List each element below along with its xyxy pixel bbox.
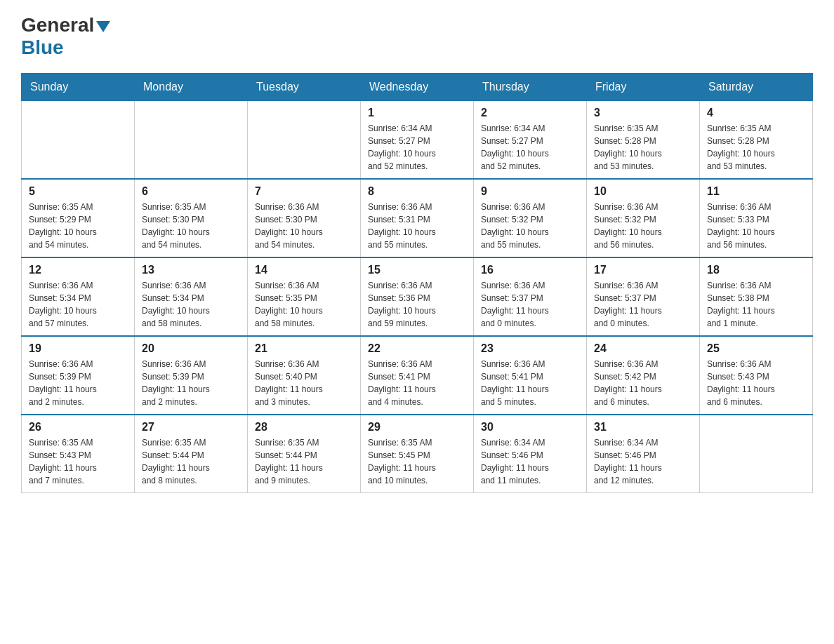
day-info: Sunrise: 6:35 AM Sunset: 5:28 PM Dayligh… bbox=[707, 122, 805, 173]
day-info: Sunrise: 6:36 AM Sunset: 5:42 PM Dayligh… bbox=[594, 358, 692, 408]
day-number: 17 bbox=[594, 264, 692, 276]
logo-triangle-icon bbox=[96, 21, 110, 32]
day-info: Sunrise: 6:36 AM Sunset: 5:43 PM Dayligh… bbox=[707, 358, 805, 408]
calendar-cell: 4Sunrise: 6:35 AM Sunset: 5:28 PM Daylig… bbox=[700, 101, 813, 180]
day-info: Sunrise: 6:36 AM Sunset: 5:37 PM Dayligh… bbox=[481, 279, 579, 330]
day-number: 23 bbox=[481, 342, 579, 355]
calendar-cell: 29Sunrise: 6:35 AM Sunset: 5:45 PM Dayli… bbox=[361, 415, 474, 493]
weekday-header-tuesday: Tuesday bbox=[248, 74, 361, 101]
day-number: 9 bbox=[481, 185, 579, 198]
calendar-cell: 21Sunrise: 6:36 AM Sunset: 5:40 PM Dayli… bbox=[248, 336, 361, 415]
day-number: 8 bbox=[368, 185, 466, 198]
calendar-cell: 9Sunrise: 6:36 AM Sunset: 5:32 PM Daylig… bbox=[474, 179, 587, 257]
day-number: 24 bbox=[594, 342, 692, 355]
calendar-cell: 15Sunrise: 6:36 AM Sunset: 5:36 PM Dayli… bbox=[361, 257, 474, 336]
day-info: Sunrise: 6:36 AM Sunset: 5:33 PM Dayligh… bbox=[707, 201, 805, 251]
day-info: Sunrise: 6:36 AM Sunset: 5:39 PM Dayligh… bbox=[142, 358, 240, 408]
calendar-cell: 30Sunrise: 6:34 AM Sunset: 5:46 PM Dayli… bbox=[474, 415, 587, 493]
logo-blue-text: Blue bbox=[21, 36, 64, 58]
calendar-cell: 16Sunrise: 6:36 AM Sunset: 5:37 PM Dayli… bbox=[474, 257, 587, 336]
calendar-cell: 22Sunrise: 6:36 AM Sunset: 5:41 PM Dayli… bbox=[361, 336, 474, 415]
logo: General Blue bbox=[21, 14, 112, 59]
day-info: Sunrise: 6:36 AM Sunset: 5:38 PM Dayligh… bbox=[707, 279, 805, 330]
calendar-cell: 20Sunrise: 6:36 AM Sunset: 5:39 PM Dayli… bbox=[135, 336, 248, 415]
day-number: 14 bbox=[255, 264, 353, 276]
calendar-cell bbox=[700, 415, 813, 493]
day-info: Sunrise: 6:36 AM Sunset: 5:32 PM Dayligh… bbox=[481, 201, 579, 251]
day-number: 3 bbox=[594, 107, 692, 119]
day-number: 1 bbox=[368, 107, 466, 119]
day-info: Sunrise: 6:36 AM Sunset: 5:32 PM Dayligh… bbox=[594, 201, 692, 251]
calendar-week-row: 26Sunrise: 6:35 AM Sunset: 5:43 PM Dayli… bbox=[22, 415, 813, 493]
day-number: 6 bbox=[142, 185, 240, 198]
day-info: Sunrise: 6:34 AM Sunset: 5:27 PM Dayligh… bbox=[481, 122, 579, 173]
day-number: 19 bbox=[29, 342, 127, 355]
calendar-cell: 26Sunrise: 6:35 AM Sunset: 5:43 PM Dayli… bbox=[22, 415, 135, 493]
day-info: Sunrise: 6:35 AM Sunset: 5:30 PM Dayligh… bbox=[142, 201, 240, 251]
calendar-cell: 18Sunrise: 6:36 AM Sunset: 5:38 PM Dayli… bbox=[700, 257, 813, 336]
day-number: 18 bbox=[707, 264, 805, 276]
day-number: 26 bbox=[29, 421, 127, 434]
calendar-cell: 19Sunrise: 6:36 AM Sunset: 5:39 PM Dayli… bbox=[22, 336, 135, 415]
weekday-header-friday: Friday bbox=[587, 74, 700, 101]
day-info: Sunrise: 6:36 AM Sunset: 5:36 PM Dayligh… bbox=[368, 279, 466, 330]
logo-general-text: General bbox=[21, 14, 94, 36]
day-info: Sunrise: 6:35 AM Sunset: 5:44 PM Dayligh… bbox=[142, 436, 240, 487]
weekday-header-thursday: Thursday bbox=[474, 74, 587, 101]
calendar-cell: 1Sunrise: 6:34 AM Sunset: 5:27 PM Daylig… bbox=[361, 101, 474, 180]
day-info: Sunrise: 6:35 AM Sunset: 5:29 PM Dayligh… bbox=[29, 201, 127, 251]
day-number: 20 bbox=[142, 342, 240, 355]
calendar-cell: 5Sunrise: 6:35 AM Sunset: 5:29 PM Daylig… bbox=[22, 179, 135, 257]
day-number: 4 bbox=[707, 107, 805, 119]
weekday-header-monday: Monday bbox=[135, 74, 248, 101]
calendar-cell: 27Sunrise: 6:35 AM Sunset: 5:44 PM Dayli… bbox=[135, 415, 248, 493]
day-info: Sunrise: 6:35 AM Sunset: 5:28 PM Dayligh… bbox=[594, 122, 692, 173]
calendar-cell: 12Sunrise: 6:36 AM Sunset: 5:34 PM Dayli… bbox=[22, 257, 135, 336]
day-info: Sunrise: 6:36 AM Sunset: 5:40 PM Dayligh… bbox=[255, 358, 353, 408]
calendar-week-row: 5Sunrise: 6:35 AM Sunset: 5:29 PM Daylig… bbox=[22, 179, 813, 257]
day-number: 30 bbox=[481, 421, 579, 434]
calendar-cell: 31Sunrise: 6:34 AM Sunset: 5:46 PM Dayli… bbox=[587, 415, 700, 493]
calendar-cell: 24Sunrise: 6:36 AM Sunset: 5:42 PM Dayli… bbox=[587, 336, 700, 415]
calendar-cell bbox=[22, 101, 135, 180]
day-info: Sunrise: 6:36 AM Sunset: 5:30 PM Dayligh… bbox=[255, 201, 353, 251]
day-number: 10 bbox=[594, 185, 692, 198]
day-info: Sunrise: 6:36 AM Sunset: 5:39 PM Dayligh… bbox=[29, 358, 127, 408]
day-info: Sunrise: 6:35 AM Sunset: 5:44 PM Dayligh… bbox=[255, 436, 353, 487]
calendar-cell bbox=[135, 101, 248, 180]
day-info: Sunrise: 6:36 AM Sunset: 5:34 PM Dayligh… bbox=[142, 279, 240, 330]
day-info: Sunrise: 6:34 AM Sunset: 5:46 PM Dayligh… bbox=[594, 436, 692, 487]
day-number: 15 bbox=[368, 264, 466, 276]
calendar-cell: 8Sunrise: 6:36 AM Sunset: 5:31 PM Daylig… bbox=[361, 179, 474, 257]
calendar-cell: 7Sunrise: 6:36 AM Sunset: 5:30 PM Daylig… bbox=[248, 179, 361, 257]
day-number: 16 bbox=[481, 264, 579, 276]
weekday-header-row: SundayMondayTuesdayWednesdayThursdayFrid… bbox=[22, 74, 813, 101]
calendar-week-row: 1Sunrise: 6:34 AM Sunset: 5:27 PM Daylig… bbox=[22, 101, 813, 180]
day-info: Sunrise: 6:35 AM Sunset: 5:45 PM Dayligh… bbox=[368, 436, 466, 487]
page-header: General Blue bbox=[21, 14, 813, 59]
day-number: 25 bbox=[707, 342, 805, 355]
day-number: 22 bbox=[368, 342, 466, 355]
day-number: 13 bbox=[142, 264, 240, 276]
calendar-cell: 2Sunrise: 6:34 AM Sunset: 5:27 PM Daylig… bbox=[474, 101, 587, 180]
day-info: Sunrise: 6:36 AM Sunset: 5:37 PM Dayligh… bbox=[594, 279, 692, 330]
calendar-cell: 6Sunrise: 6:35 AM Sunset: 5:30 PM Daylig… bbox=[135, 179, 248, 257]
calendar-cell bbox=[248, 101, 361, 180]
day-number: 7 bbox=[255, 185, 353, 198]
day-info: Sunrise: 6:36 AM Sunset: 5:41 PM Dayligh… bbox=[368, 358, 466, 408]
day-number: 12 bbox=[29, 264, 127, 276]
calendar-cell: 10Sunrise: 6:36 AM Sunset: 5:32 PM Dayli… bbox=[587, 179, 700, 257]
day-number: 21 bbox=[255, 342, 353, 355]
day-number: 31 bbox=[594, 421, 692, 434]
calendar-cell: 25Sunrise: 6:36 AM Sunset: 5:43 PM Dayli… bbox=[700, 336, 813, 415]
calendar-cell: 13Sunrise: 6:36 AM Sunset: 5:34 PM Dayli… bbox=[135, 257, 248, 336]
weekday-header-wednesday: Wednesday bbox=[361, 74, 474, 101]
day-number: 28 bbox=[255, 421, 353, 434]
weekday-header-saturday: Saturday bbox=[700, 74, 813, 101]
day-info: Sunrise: 6:36 AM Sunset: 5:31 PM Dayligh… bbox=[368, 201, 466, 251]
calendar-cell: 3Sunrise: 6:35 AM Sunset: 5:28 PM Daylig… bbox=[587, 101, 700, 180]
day-info: Sunrise: 6:34 AM Sunset: 5:27 PM Dayligh… bbox=[368, 122, 466, 173]
calendar-cell: 17Sunrise: 6:36 AM Sunset: 5:37 PM Dayli… bbox=[587, 257, 700, 336]
calendar-cell: 28Sunrise: 6:35 AM Sunset: 5:44 PM Dayli… bbox=[248, 415, 361, 493]
day-number: 29 bbox=[368, 421, 466, 434]
